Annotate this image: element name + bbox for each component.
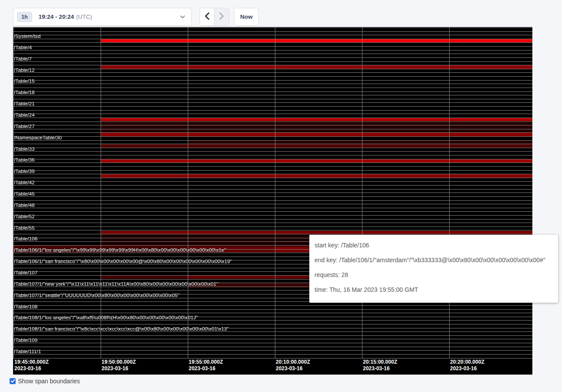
span-label: /Table/106 <box>14 236 37 241</box>
span-boundary-line <box>13 144 532 144</box>
span-boundary-line <box>13 181 532 182</box>
span-boundary-line <box>13 223 532 223</box>
span-boundary-line <box>13 50 532 51</box>
span-boundary-line <box>13 46 532 47</box>
span-boundary-line <box>13 204 532 204</box>
span-label: /Table/12 <box>14 68 35 73</box>
span-boundary-line <box>13 39 532 39</box>
span-boundary-line <box>13 31 532 32</box>
span-boundary-line <box>13 354 532 355</box>
heat-band <box>101 174 532 178</box>
span-boundary-line <box>13 178 532 178</box>
span-boundary-line <box>13 42 532 43</box>
span-label: /Table/21 <box>14 101 35 106</box>
span-boundary-line <box>13 185 532 186</box>
span-boundary-line <box>13 196 532 197</box>
span-boundary-line <box>13 189 532 189</box>
span-boundary-line <box>13 226 532 227</box>
span-boundary-line <box>13 106 532 107</box>
span-boundary-line <box>13 27 532 28</box>
span-boundary-line <box>13 313 532 313</box>
span-boundary-line <box>13 309 532 310</box>
heat-band <box>101 65 532 69</box>
span-boundary-line <box>13 170 532 171</box>
span-boundary-line <box>13 339 532 339</box>
heat-band <box>101 144 532 148</box>
heat-band <box>101 118 532 122</box>
footer: Show span boundaries <box>10 378 80 385</box>
span-label: /Table/108/1/"los angeles"/"\xa8\xf5\u00… <box>14 315 198 320</box>
span-boundary-line <box>13 118 532 118</box>
span-label: /Table/27 <box>14 124 35 129</box>
span-label: /Table/108 <box>14 304 37 309</box>
time-axis-label: 20:20:00.000Z2023-03-16 <box>450 359 484 372</box>
checkmark-icon <box>10 377 15 385</box>
heat-band <box>101 276 188 279</box>
span-boundary-line <box>13 76 532 77</box>
time-zone-text: (UTC) <box>76 14 92 20</box>
time-gridline <box>449 27 450 358</box>
toolbar: 1h 19:24 - 20:24 (UTC) Now <box>13 8 259 26</box>
heat-band <box>101 159 532 163</box>
time-range-selector[interactable]: 1h 19:24 - 20:24 (UTC) <box>13 8 192 26</box>
span-label: /Table/52 <box>14 214 35 219</box>
time-gridline <box>362 27 362 358</box>
span-boundary-line <box>13 159 532 159</box>
now-button[interactable]: Now <box>234 8 259 26</box>
tooltip-start-key: start key: /Table/106 <box>315 238 553 253</box>
span-boundary-line <box>13 305 532 306</box>
show-span-boundaries-checkbox[interactable] <box>10 378 16 384</box>
span-label: /Table/18 <box>14 90 35 95</box>
time-gridline <box>188 27 188 358</box>
span-boundary-line <box>13 350 532 351</box>
span-boundary-line <box>13 174 532 174</box>
key-visualizer-canvas[interactable]: /System/tsd/Table/4/Table/7/Table/12/Tab… <box>13 27 532 375</box>
span-label: /Table/106/1/"los angeles"/"\x99\x99\x99… <box>14 247 226 253</box>
span-label: /Table/107/1/"seattle"/"UUUUUUD\x00\x80\… <box>14 293 179 298</box>
time-range-text: 19:24 - 20:24 <box>39 14 74 20</box>
span-boundary-line <box>13 35 532 35</box>
span-boundary-line <box>13 136 532 137</box>
span-boundary-line <box>13 140 532 141</box>
span-boundary-line <box>13 80 532 81</box>
span-boundary-line <box>13 61 532 62</box>
span-boundary-line <box>13 211 532 212</box>
span-boundary-line <box>13 320 532 321</box>
show-span-boundaries-label: Show span boundaries <box>18 378 80 385</box>
span-label: /Table/4 <box>14 45 32 50</box>
span-boundary-line <box>13 88 532 88</box>
span-boundary-line <box>13 347 532 347</box>
span-label: /NamespaceTable/30 <box>14 135 62 140</box>
span-tooltip: start key: /Table/106 end key: /Table/10… <box>309 235 558 303</box>
prev-time-button[interactable] <box>200 8 214 25</box>
span-boundary-line <box>13 54 532 54</box>
next-time-button[interactable] <box>214 8 229 25</box>
span-boundary-line <box>13 151 532 152</box>
span-boundary-line <box>13 335 532 336</box>
heat-band <box>101 122 532 133</box>
span-boundary-line <box>13 234 532 234</box>
span-boundary-line <box>13 125 532 125</box>
span-boundary-line <box>13 166 532 167</box>
span-boundary-line <box>13 57 532 58</box>
heat-band <box>101 133 532 136</box>
span-label: /Table/55 <box>14 225 35 230</box>
heat-band <box>101 39 532 43</box>
span-label: /System/tsd <box>14 34 41 39</box>
span-boundary-line <box>13 162 532 163</box>
span-boundary-line <box>13 99 532 99</box>
span-label: /Table/106/1/"san francisco"/"\x80\x00\x… <box>14 259 232 264</box>
span-boundary-line <box>13 110 532 111</box>
heat-band <box>101 231 532 234</box>
time-axis-label: 20:10:00.000Z2023-03-16 <box>276 359 310 372</box>
time-axis-label: 19:45:00.000Z2023-03-16 <box>14 359 49 372</box>
span-label: /Table/24 <box>14 112 35 118</box>
span-boundary-line <box>13 208 532 208</box>
tooltip-time: time: Thu, 16 Mar 2023 19:55:00 GMT <box>315 282 553 297</box>
span-boundary-line <box>13 114 532 114</box>
span-boundary-line <box>13 148 532 148</box>
span-label: /Table/45 <box>14 191 35 196</box>
span-boundary-line <box>13 95 532 95</box>
span-label: /Table/7 <box>14 56 32 61</box>
span-boundary-line <box>13 324 532 324</box>
